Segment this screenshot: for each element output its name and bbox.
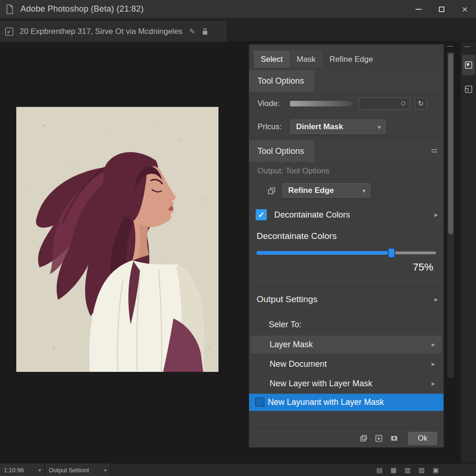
output-option-new-layer-with-layer-mask[interactable]: New Layer with Layer Mask ▸ bbox=[251, 375, 442, 392]
panel-minimize-icon[interactable]: — bbox=[445, 42, 455, 49]
option-checkbox[interactable] bbox=[255, 397, 264, 407]
decontaminate-checkbox-label: Decontainate Colors bbox=[274, 210, 350, 220]
divider bbox=[251, 287, 441, 287]
ok-button[interactable]: Ok bbox=[408, 432, 437, 445]
document-info-icon[interactable]: ▤ bbox=[377, 466, 383, 474]
titlebar: Adobe Photoshop (Beta) (21:82) × bbox=[0, 0, 476, 19]
collapse-icon[interactable] bbox=[431, 149, 437, 152]
decontaminate-slider-handle[interactable] bbox=[388, 248, 395, 258]
mode-gradient-slider[interactable] bbox=[290, 101, 354, 106]
close-button[interactable]: × bbox=[461, 6, 469, 13]
menu-item-label: New Layer with Layer Mask bbox=[270, 379, 372, 389]
window-title: Adobe Photoshop (Beta) (21:82) bbox=[20, 4, 144, 14]
pencil-icon[interactable]: ✎ bbox=[189, 27, 195, 36]
maximize-icon bbox=[439, 7, 444, 12]
mode-label: Viode: bbox=[258, 99, 287, 108]
export-icon[interactable] bbox=[375, 435, 383, 442]
arrow-right-icon: ▸ bbox=[431, 379, 435, 388]
chevron-down-icon: ▾ bbox=[104, 468, 106, 473]
chevron-down-icon: ▾ bbox=[362, 187, 370, 194]
tab-select[interactable]: Select bbox=[254, 51, 290, 68]
import-doc-icon bbox=[5, 27, 14, 36]
decontaminate-slider[interactable] bbox=[257, 248, 436, 258]
arrow-right-icon: ▸ bbox=[431, 360, 435, 368]
zoom-dropdown[interactable]: 1:10:96 ▾ bbox=[0, 463, 45, 476]
channels-status-icon[interactable]: ▥ bbox=[404, 466, 410, 474]
chevron-down-icon: ▾ bbox=[39, 468, 41, 473]
output-option-new-document[interactable]: New Document ▸ bbox=[251, 355, 442, 373]
panel-action-bar: Ok bbox=[249, 429, 443, 448]
panel-action-icons bbox=[360, 435, 398, 442]
tab-mask[interactable]: Mask bbox=[290, 51, 323, 68]
mode-value-field[interactable] bbox=[359, 98, 410, 110]
properties-panel-icon[interactable] bbox=[462, 55, 475, 75]
decontaminate-checkbox[interactable]: ✓ bbox=[256, 209, 267, 220]
lock-icon bbox=[202, 27, 208, 35]
tool-options-header-2-label: Tool Options bbox=[249, 140, 314, 162]
output-to-label: Seler To: bbox=[269, 320, 302, 330]
layers-panel-icon[interactable] bbox=[462, 79, 475, 99]
chevron-down-icon: ▾ bbox=[377, 124, 385, 131]
arrow-right-icon: ▸ bbox=[434, 295, 438, 304]
decontaminate-colors-row[interactable]: ✓ Decontainate Colors ▸ bbox=[256, 205, 438, 224]
status-icons: ▤ ▦ ▥ ▨ ▣ bbox=[377, 463, 439, 476]
minimize-icon bbox=[416, 9, 422, 10]
refine-panel: Select Mask Refine Edge Tool Options Vio… bbox=[249, 44, 444, 448]
canvas-artwork bbox=[16, 107, 218, 372]
status-output-dropdown[interactable]: Output Settiont ▾ bbox=[45, 463, 110, 476]
preset-label: Prlcus: bbox=[258, 122, 287, 132]
decontaminate-slider-fill bbox=[257, 251, 391, 255]
refine-edge-row: Refine Edge ▾ bbox=[268, 183, 437, 198]
document-bar: 20 Expbrenthep 317, Sirve Ot via Mcdning… bbox=[0, 19, 476, 42]
panel-tabs: Select Mask Refine Edge bbox=[254, 51, 380, 68]
slider-value: 75% bbox=[413, 261, 433, 273]
tab-refine-edge[interactable]: Refine Edge bbox=[323, 51, 380, 68]
right-panel-strip: — bbox=[460, 42, 476, 463]
layers-status-icon[interactable]: ▦ bbox=[390, 466, 397, 474]
refine-edge-dropdown[interactable]: Refine Edge ▾ bbox=[282, 183, 370, 198]
document-icon bbox=[6, 4, 14, 14]
arrow-right-icon: ▸ bbox=[434, 211, 438, 219]
preview-icon[interactable] bbox=[390, 435, 398, 442]
arrow-right-icon: ▸ bbox=[431, 340, 435, 349]
circle-icon bbox=[401, 101, 405, 106]
output-option-new-layunant-with-layer-mask[interactable]: New Layunant with Layer Mask bbox=[249, 394, 443, 411]
decontaminate-slider-label: Decontainate Colors bbox=[257, 231, 337, 241]
menu-item-label: New Document bbox=[270, 359, 327, 369]
output-settings-row[interactable]: Output Settings ▸ bbox=[257, 291, 438, 308]
divider bbox=[251, 227, 441, 227]
menu-item-label: Layer Mask bbox=[270, 340, 313, 350]
preset-dropdown-value: Dinlert Mask bbox=[291, 122, 343, 132]
strip-minimize-icon[interactable]: — bbox=[464, 43, 470, 50]
scrollbar-thumb[interactable] bbox=[448, 53, 453, 234]
grid-status-icon[interactable]: ▣ bbox=[433, 466, 439, 474]
zoom-value: 1:10:96 bbox=[4, 467, 24, 474]
menu-item-label: New Layunant with Layer Mask bbox=[268, 397, 384, 407]
output-settings-label: Output Settings bbox=[257, 294, 317, 304]
document-tab[interactable]: 20 Expbrenthep 317, Sirve Ot via Mcdning… bbox=[0, 21, 227, 42]
paths-status-icon[interactable]: ▨ bbox=[419, 466, 425, 474]
preset-row: Prlcus: Dinlert Mask ▾ bbox=[258, 119, 437, 135]
layers-icon bbox=[268, 187, 276, 195]
output-option-layer-mask[interactable]: Layer Mask ▸ bbox=[251, 336, 442, 353]
tool-options-header-1-label: Tool Options bbox=[249, 70, 314, 92]
minimize-button[interactable] bbox=[415, 6, 422, 13]
preset-dropdown[interactable]: Dinlert Mask ▾ bbox=[290, 119, 386, 134]
tool-options-header-1: Tool Options bbox=[249, 70, 443, 92]
reset-button[interactable]: ↻ bbox=[415, 98, 427, 110]
check-icon: ✓ bbox=[258, 210, 264, 220]
document-name: 20 Expbrenthep 317, Sirve Ot via Mcdning… bbox=[20, 27, 183, 36]
divider bbox=[251, 312, 441, 312]
window-controls: × bbox=[415, 6, 469, 13]
mode-row: Viode: ↻ bbox=[258, 96, 437, 112]
panel-scrollbar[interactable] bbox=[447, 52, 454, 377]
status-output-value: Output Settiont bbox=[49, 467, 89, 474]
output-hint: Output: Tool Options bbox=[258, 166, 330, 176]
refine-edge-dropdown-value: Refine Edge bbox=[283, 186, 334, 195]
photoshop-window: Adobe Photoshop (Beta) (21:82) × 20 Expb… bbox=[0, 0, 476, 476]
tool-options-header-2: Tool Options bbox=[249, 140, 443, 162]
maximize-button[interactable] bbox=[438, 6, 445, 13]
statusbar: 1:10:96 ▾ Output Settiont ▾ ▤ ▦ ▥ ▨ ▣ bbox=[0, 463, 476, 476]
divider bbox=[251, 428, 441, 428]
copy-icon[interactable] bbox=[360, 435, 367, 442]
